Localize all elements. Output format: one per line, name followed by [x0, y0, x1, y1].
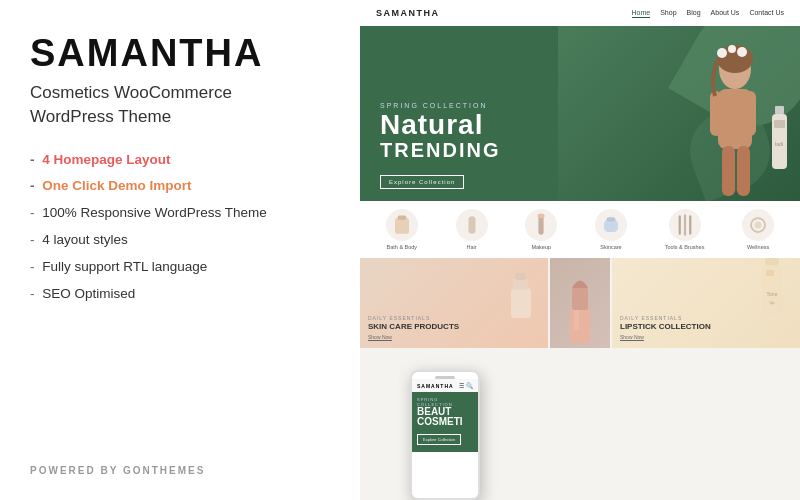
- hero-eyebrow: SPRING COLLECTION: [380, 102, 500, 109]
- product-item-bath[interactable]: Bath & Body: [386, 209, 418, 250]
- phone-frame: SAMANTHA ☰ 🔍 SPRING COLLECTION BEAUT COS…: [410, 370, 480, 500]
- preview-nav: SAMANTHA Home Shop Blog About Us Contact…: [360, 0, 800, 26]
- nav-links-container: Home Shop Blog About Us Contact Us: [632, 9, 784, 18]
- left-panel: SAMANTHA Cosmetics WooCommerce WordPress…: [0, 0, 360, 500]
- phone-hero-title2: COSMETI: [417, 417, 473, 427]
- hero-title-trending: TRENDING: [380, 139, 500, 162]
- svg-rect-17: [539, 215, 544, 234]
- svg-rect-16: [468, 216, 475, 234]
- brand-subtitle: Cosmetics WooCommerce WordPress Theme: [30, 81, 330, 129]
- dash-6: -: [30, 286, 35, 301]
- powered-by-label: POWERED BY GONTHEMES: [30, 465, 330, 476]
- products-strip: Bath & Body Hair Makeup: [360, 201, 800, 258]
- feature-item-5: - Fully support RTL language: [30, 258, 330, 277]
- banner-left[interactable]: DAILY ESSENTIALS SKIN CARE PRODUCTS Show…: [360, 258, 548, 348]
- hero-title-natural: Natural: [380, 111, 500, 139]
- nav-link-blog[interactable]: Blog: [687, 9, 701, 18]
- svg-rect-2: [710, 91, 722, 136]
- svg-rect-30: [572, 288, 588, 310]
- phone-nav: SAMANTHA ☰ 🔍: [412, 379, 478, 392]
- product-label-hair: Hair: [467, 244, 477, 250]
- preview-nav-brand: SAMANTHA: [376, 8, 440, 18]
- nav-link-shop[interactable]: Shop: [660, 9, 676, 18]
- feature-text-1: 4 Homepage Layout: [42, 152, 170, 167]
- product-label-wellness: Wellness: [747, 244, 769, 250]
- svg-rect-3: [744, 91, 756, 136]
- feature-item-3: - 100% Responsive WordPress Theme: [30, 204, 330, 223]
- feature-item-6: - SEO Optimised: [30, 285, 330, 304]
- banner-center: [550, 258, 610, 348]
- banner-right[interactable]: DAILY ESSENTIALS LIPSTICK COLLECTION Sho…: [612, 258, 800, 348]
- product-circle-tools: [669, 209, 701, 241]
- svg-point-9: [737, 47, 747, 57]
- banner-left-button[interactable]: Show Now: [368, 334, 459, 340]
- svg-rect-10: [775, 106, 784, 114]
- feature-text-6: SEO Optimised: [42, 286, 135, 301]
- side-product-bottle: ladi: [767, 106, 792, 186]
- banner-left-text: DAILY ESSENTIALS SKIN CARE PRODUCTS Show…: [368, 315, 459, 340]
- nav-link-home[interactable]: Home: [632, 9, 651, 18]
- dash-1: -: [30, 152, 35, 167]
- product-item-makeup[interactable]: Makeup: [525, 209, 557, 250]
- product-item-wellness[interactable]: Wellness: [742, 209, 774, 250]
- svg-rect-31: [574, 310, 579, 330]
- phone-hero: SPRING COLLECTION BEAUT COSMETI Explore …: [412, 392, 478, 452]
- feature-item-2: - One Click Demo Import: [30, 177, 330, 196]
- product-item-tools[interactable]: Tools & Brushes: [665, 209, 705, 250]
- svg-rect-19: [604, 220, 618, 232]
- feature-text-5: Fully support RTL language: [42, 259, 207, 274]
- svg-rect-34: [766, 270, 774, 276]
- svg-rect-12: [774, 120, 785, 128]
- nav-link-contact[interactable]: Contact Us: [749, 9, 784, 18]
- banner-left-eyebrow: DAILY ESSENTIALS: [368, 315, 459, 321]
- svg-point-8: [728, 45, 736, 53]
- dash-4: -: [30, 232, 35, 247]
- hero-section: ladi SPRING COLLECTION Natural TRENDING …: [360, 26, 800, 201]
- phone-brand-label: SAMANTHA: [417, 383, 454, 389]
- subtitle-line1: Cosmetics WooCommerce: [30, 83, 232, 102]
- svg-rect-5: [737, 146, 750, 196]
- dash-3: -: [30, 205, 35, 220]
- svg-rect-32: [765, 258, 779, 265]
- phone-screen: SAMANTHA ☰ 🔍 SPRING COLLECTION BEAUT COS…: [412, 379, 478, 500]
- phone-menu-icon[interactable]: ☰ 🔍: [459, 382, 473, 389]
- phone-hero-button[interactable]: Explore Collection: [417, 434, 461, 445]
- banner-right-title: LIPSTICK COLLECTION: [620, 322, 711, 332]
- svg-text:ladi: ladi: [775, 141, 783, 147]
- product-item-skincare[interactable]: Skincare: [595, 209, 627, 250]
- right-panel: SAMANTHA Home Shop Blog About Us Contact…: [360, 0, 800, 500]
- product-item-hair[interactable]: Hair: [456, 209, 488, 250]
- svg-rect-14: [395, 218, 409, 234]
- svg-text:Up: Up: [769, 300, 775, 305]
- product-label-bath: Bath & Body: [387, 244, 418, 250]
- product-circle-skincare: [595, 209, 627, 241]
- banner-right-text: DAILY ESSENTIALS LIPSTICK COLLECTION Sho…: [620, 315, 711, 340]
- banner-right-button[interactable]: Show Now: [620, 334, 711, 340]
- feature-text-4: 4 layout styles: [42, 232, 128, 247]
- svg-rect-28: [515, 273, 526, 280]
- banner-left-title: SKIN CARE PRODUCTS: [368, 322, 459, 332]
- hero-woman-figure: [680, 41, 770, 201]
- svg-rect-29: [570, 308, 590, 343]
- svg-rect-4: [722, 146, 735, 196]
- product-label-skincare: Skincare: [600, 244, 621, 250]
- left-content: SAMANTHA Cosmetics WooCommerce WordPress…: [30, 32, 330, 324]
- svg-rect-15: [397, 215, 406, 219]
- banner-right-eyebrow: DAILY ESSENTIALS: [620, 315, 711, 321]
- subtitle-line2: WordPress Theme: [30, 107, 171, 126]
- banner-row: DAILY ESSENTIALS SKIN CARE PRODUCTS Show…: [360, 258, 800, 348]
- product-circle-makeup: [525, 209, 557, 241]
- svg-rect-26: [511, 288, 531, 318]
- phone-mockup: SAMANTHA ☰ 🔍 SPRING COLLECTION BEAUT COS…: [410, 370, 480, 500]
- product-circle-wellness: [742, 209, 774, 241]
- svg-point-25: [755, 222, 762, 229]
- hero-explore-button[interactable]: Explore Collection: [380, 175, 464, 189]
- nav-link-about[interactable]: About Us: [711, 9, 740, 18]
- svg-rect-18: [538, 214, 545, 218]
- dash-2: -: [30, 178, 35, 193]
- brand-title: SAMANTHA: [30, 32, 330, 75]
- svg-text:Tone: Tone: [767, 291, 778, 297]
- feature-text-2: One Click Demo Import: [42, 178, 191, 193]
- feature-item-4: - 4 layout styles: [30, 231, 330, 250]
- svg-rect-20: [607, 217, 616, 221]
